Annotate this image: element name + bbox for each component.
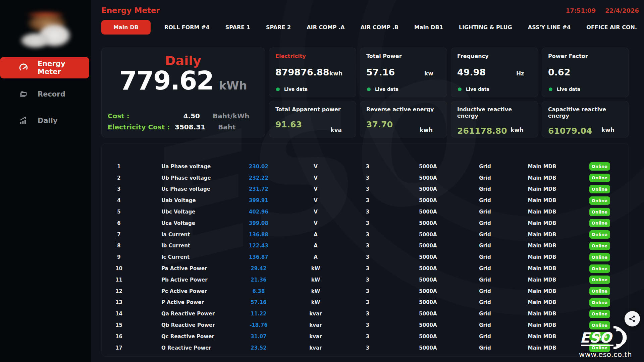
cell-phase: 3 (336, 288, 399, 294)
cell-capacity: 5000A (399, 254, 457, 260)
daily-unit: kWh (219, 79, 247, 92)
cell-item: 2 (102, 175, 136, 181)
cost-unit: Baht/kWh (213, 112, 249, 120)
tab[interactable]: SPARE 2 (264, 21, 293, 34)
cell-status: Online (571, 219, 629, 227)
stat-card: Electricity 879876.88 kwh Live data (269, 48, 356, 97)
table-body: 1 Ua Phase voltage 230.02 V 3 5000A Grid… (102, 161, 629, 354)
meter-table-card: 1 Ua Phase voltage 230.02 V 3 5000A Grid… (101, 143, 629, 357)
cell-status: Online (571, 264, 629, 273)
tab[interactable]: AIR COMP .A (305, 21, 346, 34)
page-title: Energy Meter (101, 6, 160, 15)
cell-capacity: 5000A (399, 186, 457, 192)
cell-details: Ubc Voltage (136, 209, 222, 215)
cell-capacity: 5000A (399, 277, 457, 283)
stat-card-unit: Hz (516, 70, 524, 77)
cell-phase: 3 (336, 197, 399, 203)
cell-phase: 3 (336, 186, 399, 192)
tab[interactable]: ASS'Y LINE #4 (526, 21, 573, 34)
status-badge[interactable]: Online (589, 253, 610, 261)
stat-card-title: Reverse active energy (366, 106, 441, 113)
stat-card-unit: kwh (601, 127, 614, 133)
sidebar-item-energy-meter[interactable]: Energy Meter (0, 57, 89, 78)
tab[interactable]: OFFICE AIR CON. (584, 21, 639, 34)
status-badge[interactable]: Online (589, 310, 610, 318)
status-badge[interactable]: Online (589, 298, 610, 307)
cell-unit: A (296, 232, 336, 238)
cell-source: Grid (457, 322, 514, 328)
cell-item: 4 (102, 197, 136, 203)
sidebar-item-daily[interactable]: Daily (0, 110, 89, 131)
tab[interactable]: AIR COMP .B (359, 21, 400, 34)
cell-capacity: 5000A (399, 209, 457, 215)
cell-phase: 3 (336, 175, 399, 181)
share-button[interactable] (625, 311, 640, 326)
sidebar-item-record[interactable]: Record (0, 83, 89, 105)
stat-card-value: 879876.88 (275, 67, 329, 77)
cell-source: Grid (457, 334, 514, 340)
cell-phase: 3 (336, 265, 399, 272)
cell-details: Pc Active Power (136, 288, 222, 294)
live-data-indicator: Live data (549, 86, 580, 92)
status-badge[interactable]: Online (589, 196, 610, 205)
live-data-label: Live data (284, 86, 308, 92)
stat-card-title: Total Power (366, 53, 441, 59)
cell-item: 16 (102, 334, 136, 340)
cell-live-data: 402.96 (222, 209, 296, 215)
tab[interactable]: Main DB (101, 20, 151, 35)
table-row: 5 Ubc Voltage 402.96 V 3 5000A Grid Main… (102, 206, 629, 218)
cell-item: 9 (102, 254, 136, 260)
cell-unit: kvar (296, 345, 336, 351)
cell-source: Grid (457, 243, 514, 249)
cell-phase: 3 (336, 299, 399, 305)
tab[interactable]: SPARE 1 (223, 21, 252, 34)
cell-location: Main MDB (514, 175, 571, 181)
cell-status: Online (571, 208, 629, 216)
stat-card: Reverse active energy 37.70 kwh (360, 101, 447, 137)
stat-card-value: 0.62 (548, 67, 571, 77)
status-badge[interactable]: Online (589, 162, 610, 171)
share-icon (628, 315, 636, 323)
cell-phase: 3 (336, 209, 399, 215)
cell-phase: 3 (336, 322, 399, 328)
cost-value: 4.50 (175, 112, 200, 120)
cell-unit: kvar (296, 334, 336, 340)
cell-details: Qb Reactive Power (136, 322, 222, 328)
status-badge[interactable]: Online (589, 264, 610, 273)
cell-unit: kW (296, 299, 336, 305)
tab[interactable]: Main DB1 (412, 21, 445, 34)
tab[interactable]: ROLL FORM #4 (162, 21, 212, 34)
status-badge[interactable]: Online (589, 242, 610, 250)
cell-unit: kW (296, 277, 336, 283)
status-badge[interactable]: Online (589, 174, 610, 182)
status-badge[interactable]: Online (589, 185, 610, 193)
table-row: 3 Uc Phase voltage 231.72 V 3 5000A Grid… (102, 184, 629, 195)
cell-unit: V (296, 175, 336, 181)
cell-details: Ia Current (136, 232, 222, 238)
energy-meter-app: Energy Meter Record (0, 0, 644, 362)
daily-value-row: 779.62 kWh (108, 67, 259, 94)
cell-phase: 3 (336, 345, 399, 351)
tab-bar: Main DBROLL FORM #4SPARE 1SPARE 2AIR COM… (101, 19, 639, 35)
cell-item: 13 (102, 299, 136, 305)
status-badge[interactable]: Online (589, 208, 610, 216)
stat-card-title: Total Apparent power (275, 106, 350, 113)
sidebar: Energy Meter Record (0, 0, 91, 362)
summary-cards: Daily 779.62 kWh Cost : 4.50 Baht/kWh El… (101, 48, 629, 137)
status-badge[interactable]: Online (589, 219, 610, 227)
cell-phase: 3 (336, 277, 399, 283)
table-header (102, 145, 629, 161)
status-badge[interactable]: Online (589, 287, 610, 295)
status-badge[interactable]: Online (589, 276, 610, 284)
tab[interactable]: LIGHTING & PLUG (457, 21, 514, 34)
cell-details: Ub Phase voltage (136, 175, 222, 181)
cell-details: Ic Current (136, 254, 222, 260)
cell-phase: 3 (336, 220, 399, 226)
status-badge[interactable]: Online (589, 230, 610, 239)
cell-source: Grid (457, 288, 514, 294)
website-url[interactable]: www.eso.co.th (579, 351, 632, 359)
cell-item: 15 (102, 322, 136, 328)
cell-item: 5 (102, 209, 136, 215)
live-data-label: Live data (375, 86, 398, 92)
stats-grid: Electricity 879876.88 kwh Live data Tota… (269, 48, 629, 137)
